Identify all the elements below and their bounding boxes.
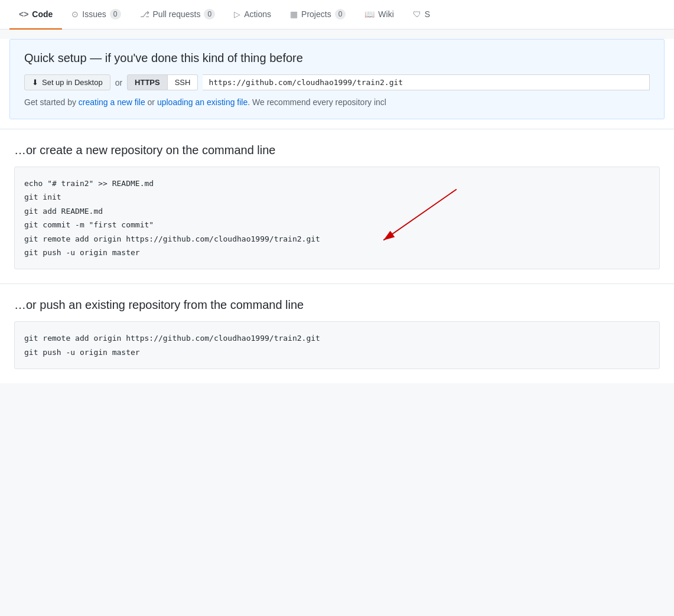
tab-projects-label: Projects — [301, 9, 331, 19]
desktop-btn-label: Set up in Desktop — [42, 78, 103, 87]
https-button[interactable]: HTTPS — [127, 74, 168, 90]
push-existing-title: …or push an existing repository from the… — [14, 298, 660, 312]
upload-file-link[interactable]: uploading an existing file — [157, 97, 248, 107]
pr-icon: ⎇ — [140, 9, 149, 19]
push-existing-code: git remote add origin https://github.com… — [24, 331, 650, 359]
tab-projects[interactable]: ▦ Projects 0 — [281, 0, 355, 30]
tab-pull-requests[interactable]: ⎇ Pull requests 0 — [131, 0, 225, 30]
quick-setup-section: Quick setup — if you've done this kind o… — [9, 39, 665, 119]
tab-code[interactable]: <> Code — [9, 0, 62, 30]
protocol-buttons: HTTPS SSH — [127, 74, 198, 90]
tab-wiki-label: Wiki — [378, 9, 393, 19]
create-new-code-block: echo "# train2" >> README.md git init gi… — [14, 167, 660, 269]
create-new-section: …or create a new repository on the comma… — [0, 129, 674, 283]
projects-icon: ▦ — [290, 9, 298, 19]
create-new-file-link[interactable]: creating a new file — [79, 97, 145, 107]
tab-pr-label: Pull requests — [153, 9, 201, 19]
tab-security-label: S — [425, 9, 430, 19]
tab-code-label: Code — [32, 9, 53, 19]
ssh-button[interactable]: SSH — [168, 74, 198, 90]
projects-badge: 0 — [335, 9, 346, 19]
actions-icon: ▷ — [234, 9, 240, 19]
quick-setup-title: Quick setup — if you've done this kind o… — [24, 51, 650, 65]
repo-nav: <> Code ⊙ Issues 0 ⎇ Pull requests 0 ▷ A… — [0, 0, 674, 30]
main-content: Quick setup — if you've done this kind o… — [0, 39, 674, 383]
issues-badge: 0 — [110, 9, 121, 19]
push-existing-code-block: git remote add origin https://github.com… — [14, 321, 660, 369]
wiki-icon: 📖 — [364, 9, 375, 19]
setup-desktop-button[interactable]: ⬇ Set up in Desktop — [24, 74, 110, 90]
pr-badge: 0 — [204, 9, 215, 19]
create-new-code: echo "# train2" >> README.md git init gi… — [24, 177, 650, 259]
repo-url-display[interactable]: https://github.com/cloudhao1999/train2.g… — [203, 74, 650, 90]
tab-issues-label: Issues — [82, 9, 106, 19]
quick-setup-description: Get started by creating a new file or up… — [24, 97, 650, 107]
desktop-icon: ⬇ — [32, 78, 38, 87]
url-row: ⬇ Set up in Desktop or HTTPS SSH https:/… — [24, 74, 650, 90]
code-icon: <> — [19, 9, 28, 19]
or-text: or — [115, 78, 122, 87]
tab-actions[interactable]: ▷ Actions — [224, 0, 281, 30]
tab-actions-label: Actions — [244, 9, 271, 19]
tab-wiki[interactable]: 📖 Wiki — [355, 0, 403, 30]
tab-issues[interactable]: ⊙ Issues 0 — [62, 0, 130, 30]
create-new-title: …or create a new repository on the comma… — [14, 144, 660, 157]
push-existing-section: …or push an existing repository from the… — [0, 283, 674, 383]
security-icon: 🛡 — [413, 9, 421, 19]
tab-security[interactable]: 🛡 S — [403, 0, 439, 30]
issues-icon: ⊙ — [71, 9, 79, 19]
